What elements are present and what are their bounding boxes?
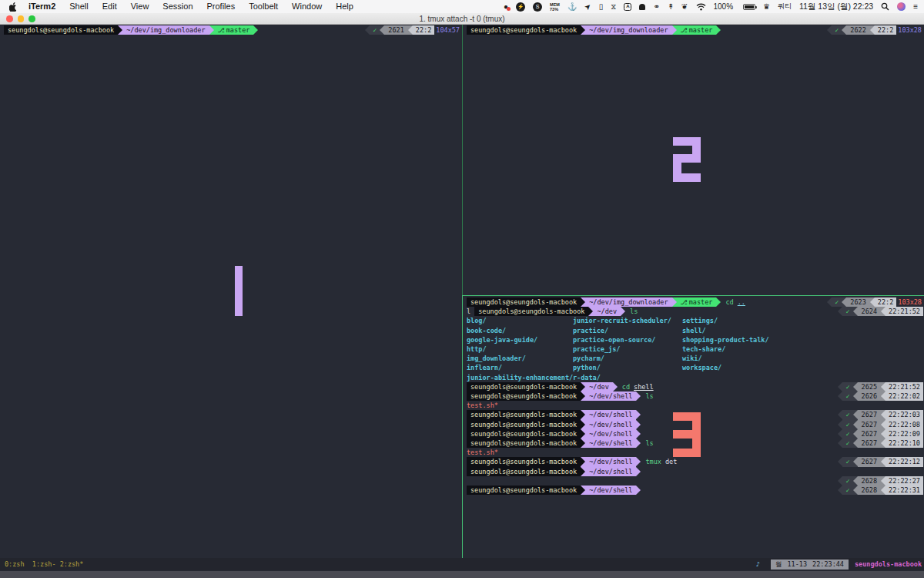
powerline-arrow — [842, 25, 846, 35]
docker-whale-icon[interactable]: ⚓ — [567, 2, 577, 11]
pane-divider-vertical-top[interactable] — [462, 25, 463, 295]
powerline-arrow — [881, 410, 886, 419]
git-branch-icon: ⎇ — [681, 27, 688, 34]
menu-item-shell[interactable]: Shell — [62, 0, 95, 13]
crown-gw-icon[interactable]: ♛ — [763, 2, 770, 11]
powerline-arrow — [253, 25, 258, 35]
prompt-status-segment: ✓262722:22:03 — [838, 410, 923, 419]
powerline-arrow — [672, 297, 677, 307]
command-text: tmux — [645, 458, 661, 465]
command-text: cd — [622, 383, 630, 391]
ls-directory: inflearn/ — [467, 363, 573, 372]
menu-item-edit[interactable]: Edit — [95, 0, 124, 13]
command-text: cd — [725, 298, 733, 306]
pane-divider-vertical-bottom[interactable] — [462, 295, 463, 558]
tree-icon[interactable]: ↟ — [668, 2, 674, 11]
battery-vertical-icon[interactable]: ▯ — [599, 2, 604, 11]
hourglass-icon[interactable]: ⧖ — [611, 2, 616, 12]
battery-icon[interactable] — [741, 4, 755, 10]
terminal-line: img_downloader/pycharm/wiki/ — [467, 354, 923, 363]
terminal-window: seungdols@seungdols-macbook~/dev/img_dow… — [0, 25, 924, 571]
menu-item-session[interactable]: Session — [156, 0, 199, 13]
prompt-host-segment: seungdols@seungdols-macbook — [467, 486, 581, 495]
apple-logo-icon — [9, 2, 17, 12]
history-number: 2622 — [846, 25, 869, 35]
file-entry-executable: test.sh* — [467, 449, 498, 456]
siri-icon[interactable] — [897, 2, 906, 11]
menubar-clock[interactable]: 11월 13일 (월) 22:23 — [799, 2, 873, 12]
rocket-icon[interactable]: ➤ — [584, 2, 591, 11]
exit-status-check-icon: ✓ — [842, 439, 852, 448]
ls-directory: wiki/ — [682, 354, 702, 363]
tmux-window-list[interactable]: 0:zsh 1:zsh- 2:zsh* — [0, 558, 83, 570]
battery-percent[interactable]: 100% — [714, 2, 734, 11]
exit-status-check-icon: ✓ — [842, 391, 852, 401]
powerline-arrow — [581, 429, 585, 439]
close-button[interactable] — [6, 15, 13, 22]
prompt-status-segment: ✓262722:22:12 — [838, 457, 923, 466]
menu-item-profiles[interactable]: Profiles — [200, 0, 243, 13]
prompt-path-segment: ~/dev/shell — [585, 486, 636, 495]
search-icon[interactable] — [881, 2, 889, 11]
exit-status-check-icon: ✓ — [842, 410, 852, 419]
window-titlebar[interactable]: 1. tmux attach -t 0 (tmux) — [0, 13, 924, 25]
memory-widget[interactable]: MEM73% — [550, 2, 560, 12]
bolt-icon[interactable]: ⚡ — [516, 2, 525, 12]
powerline-arrow — [881, 476, 886, 486]
menu-item-window[interactable]: Window — [285, 0, 329, 13]
tmux-pane-number-indicator-2 — [673, 137, 701, 184]
menu-item-iterm2[interactable]: iTerm2 — [22, 0, 62, 13]
prompt-path-segment: ~/dev/img_downloader — [585, 297, 671, 307]
tmux-pane-3-active[interactable]: seungdols@seungdols-macbook~/dev/img_dow… — [463, 296, 924, 558]
pane-size-overlay: 104x57 — [434, 25, 461, 35]
powerline-arrow — [853, 420, 858, 429]
input-source-label[interactable]: 쿼티 — [778, 2, 792, 12]
powerline-arrow — [636, 467, 641, 476]
powerline-arrow — [672, 25, 677, 35]
prompt-branch-segment: ⎇master — [214, 25, 254, 35]
menu-item-toolbelt[interactable]: Toolbelt — [242, 0, 285, 13]
bell-icon[interactable] — [639, 4, 645, 10]
powerline-arrow — [881, 457, 886, 466]
menubar-status-area: ●⚡SMEM73%⚓➤▯⧖A⚭↟❦100%♛쿼티11월 13일 (월) 22:2… — [496, 0, 918, 13]
pane-divider-horizontal[interactable] — [463, 295, 924, 296]
prompt-timestamp: 22:21:52 — [886, 307, 923, 316]
powerline-arrow — [581, 439, 585, 448]
prompt-path-segment: ~/dev/shell — [585, 467, 636, 476]
prompt-status-segment: ✓262722:22:09 — [838, 429, 923, 439]
prompt-path-segment: ~/dev/shell — [585, 391, 636, 401]
ls-directory: practice_js/ — [573, 344, 682, 354]
textexpander-icon[interactable]: A — [624, 3, 631, 11]
prompt-timestamp: 22:22:02 — [886, 391, 923, 401]
ls-directory: r-data/ — [573, 373, 682, 382]
history-number: 2626 — [858, 391, 881, 401]
powerline-arrow — [365, 25, 370, 35]
powerline-arrow — [838, 429, 842, 439]
shottr-icon[interactable]: S — [533, 2, 542, 12]
ls-directory: workspace/ — [682, 363, 721, 372]
glasses-icon[interactable]: ⚭ — [653, 2, 659, 11]
apple-menu[interactable] — [6, 2, 22, 12]
evernote-icon[interactable]: ❦ — [681, 2, 688, 11]
history-number: 2627 — [858, 439, 881, 448]
prompt-path-segment: ~/dev/shell — [585, 410, 636, 419]
powerline-arrow — [581, 25, 585, 35]
list-icon[interactable]: ≡ — [913, 2, 918, 11]
status-date: 11-13 — [787, 560, 807, 570]
exit-status-check-icon: ✓ — [842, 457, 852, 466]
terminal-line: seungdols@seungdols-macbook~/dev/shell✓2… — [467, 486, 923, 495]
prompt-status-segment: ✓262122:2104x57 — [365, 25, 461, 35]
tmux-pane-2[interactable]: seungdols@seungdols-macbook~/dev/img_dow… — [463, 25, 924, 295]
exit-status-check-icon: ✓ — [842, 307, 852, 316]
menu-item-help[interactable]: Help — [329, 0, 360, 13]
minimize-button[interactable] — [18, 15, 25, 22]
menu-item-view[interactable]: View — [124, 0, 156, 13]
status-hostname: seungdols-macbook — [855, 558, 922, 570]
wifi-icon[interactable] — [696, 3, 706, 11]
powerline-arrow — [636, 420, 641, 429]
tmux-pane-1[interactable]: seungdols@seungdols-macbook~/dev/img_dow… — [0, 25, 462, 558]
powerline-arrow — [838, 307, 842, 316]
chat-icon[interactable]: ● — [504, 2, 508, 11]
prompt-timestamp: 22:22:31 — [886, 486, 923, 495]
zoom-button[interactable] — [28, 15, 35, 22]
